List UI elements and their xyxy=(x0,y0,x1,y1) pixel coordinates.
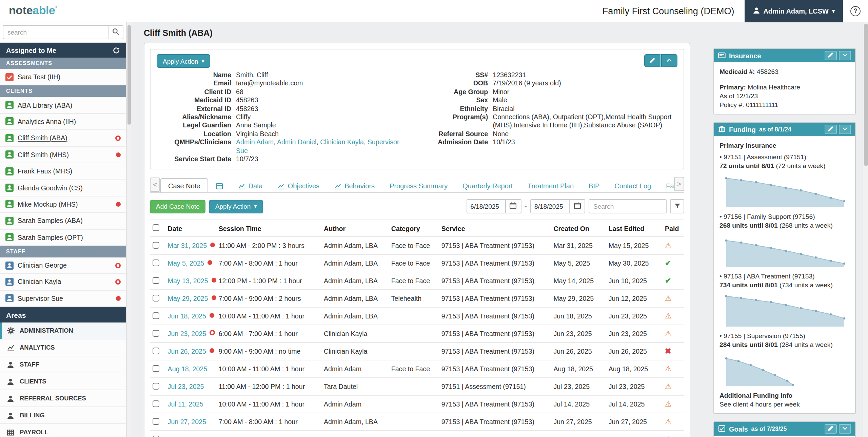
help-button[interactable]: ? xyxy=(850,6,861,16)
clinician-link[interactable]: Admin Adam xyxy=(236,139,274,146)
case-note-date-link[interactable]: Aug 18, 2025 xyxy=(168,366,208,373)
edit-funding-button[interactable] xyxy=(825,125,837,134)
sidebar-item[interactable]: Clinician George xyxy=(0,257,126,274)
tab-quarterly-report[interactable]: Quarterly Report xyxy=(455,179,520,193)
sidebar-area-billing[interactable]: BILLING xyxy=(0,407,126,424)
date-to-calendar-button[interactable] xyxy=(570,200,585,214)
case-note-date-link[interactable]: Jul 11, 2025 xyxy=(168,401,203,408)
tab-bip[interactable]: BIP xyxy=(581,179,607,193)
sidebar-scrollbar-thumb[interactable] xyxy=(127,25,131,125)
sidebar-item[interactable]: Mike Mockup (MHS) xyxy=(0,196,126,213)
case-note-date-link[interactable]: May 29, 2025 xyxy=(168,295,208,303)
row-checkbox[interactable] xyxy=(153,418,159,425)
case-note-date-link[interactable]: Mar 31, 2025 xyxy=(168,242,207,250)
column-header[interactable]: Author xyxy=(321,220,389,237)
clinician-link[interactable]: Admin Daniel xyxy=(277,139,317,146)
column-header[interactable]: Service xyxy=(439,220,551,237)
column-header[interactable]: Last Edited xyxy=(606,220,662,237)
case-note-search-input[interactable] xyxy=(589,200,667,214)
row-checkbox[interactable] xyxy=(153,330,159,337)
column-header[interactable]: Date xyxy=(165,220,216,237)
case-note-date-link[interactable]: May 5, 2025 xyxy=(168,260,204,267)
sidebar-item[interactable]: Glenda Goodwin (CS) xyxy=(0,180,126,196)
sidebar-area-referral-sources[interactable]: REFERRAL SOURCES xyxy=(0,390,126,407)
case-note-date-link[interactable]: Jun 23, 2025 xyxy=(168,330,206,338)
tab-calendar[interactable] xyxy=(209,179,231,193)
sidebar-area-clients[interactable]: CLIENTS xyxy=(0,373,126,390)
tab-case-note[interactable]: Case Note xyxy=(160,179,209,193)
sidebar-item[interactable]: Cliff Smith (ABA) xyxy=(0,130,126,147)
sidebar-area-administration[interactable]: ADMINISTRATION xyxy=(0,322,126,339)
sidebar-item[interactable]: Cliff Smith (MHS) xyxy=(0,147,126,163)
edit-goals-button[interactable] xyxy=(825,424,837,434)
tab-contact-log[interactable]: Contact Log xyxy=(607,179,658,193)
row-checkbox[interactable] xyxy=(153,277,159,284)
filter-button[interactable] xyxy=(670,200,684,214)
sidebar-item[interactable]: Sarah Samples (ABA) xyxy=(0,213,126,229)
case-note-date-link[interactable]: Jul 23, 2025 xyxy=(168,383,204,391)
sidebar-item[interactable]: Clinician Kayla xyxy=(0,274,126,291)
funnel-icon xyxy=(674,202,680,212)
row-checkbox[interactable] xyxy=(153,295,159,301)
tab-progress-summary[interactable]: Progress Summary xyxy=(382,179,455,193)
collapse-goals-button[interactable] xyxy=(839,424,851,434)
sidebar-area-analytics[interactable]: ANALYTICS xyxy=(0,339,126,356)
date-to-input[interactable] xyxy=(530,200,570,214)
chevron-up-icon xyxy=(666,56,673,66)
row-checkbox[interactable] xyxy=(153,436,159,437)
case-note-apply-action-button[interactable]: Apply Action▾ xyxy=(209,200,263,213)
page-scrollbar-thumb[interactable] xyxy=(864,24,868,166)
user-menu[interactable]: Admin Adam, LCSW ▾ xyxy=(744,0,843,22)
app-logo[interactable]: noteable° xyxy=(9,4,57,18)
row-checkbox[interactable] xyxy=(153,383,159,390)
area-label: ADMINISTRATION xyxy=(20,327,73,334)
sidebar-item[interactable]: Sara Test (IIH) xyxy=(0,69,126,86)
sidebar-scrollbar[interactable] xyxy=(126,22,131,437)
tab-objectives[interactable]: Objectives xyxy=(270,179,327,193)
date-from-calendar-button[interactable] xyxy=(506,200,521,214)
sidebar-item[interactable]: Sarah Samples (OPT) xyxy=(0,229,126,246)
select-all-checkbox[interactable] xyxy=(153,225,159,231)
sidebar-search-button[interactable] xyxy=(108,25,123,39)
refresh-icon[interactable] xyxy=(113,46,120,54)
row-checkbox[interactable] xyxy=(153,400,159,407)
column-header[interactable]: Category xyxy=(389,220,439,237)
tab-label: Data xyxy=(249,182,263,190)
edit-demographics-button[interactable] xyxy=(644,54,660,67)
sidebar-area-staff[interactable]: STAFF xyxy=(0,356,126,373)
sidebar-item[interactable]: Supervisor Sue xyxy=(0,290,126,307)
sidebar-item[interactable]: ABA Library (ABA) xyxy=(0,97,126,114)
created-on: Jul 14, 2025 xyxy=(551,396,606,413)
edit-insurance-button[interactable] xyxy=(825,51,837,60)
add-case-note-button[interactable]: Add Case Note xyxy=(150,200,206,213)
row-checkbox[interactable] xyxy=(153,312,159,319)
column-header[interactable]: Created On xyxy=(551,220,606,237)
apply-action-button[interactable]: Apply Action▾ xyxy=(157,54,211,68)
column-header[interactable]: Session Time xyxy=(216,220,321,237)
tab-data[interactable]: Data xyxy=(231,179,270,193)
tab-scroll-left-button[interactable]: < xyxy=(150,178,160,192)
row-checkbox[interactable] xyxy=(153,242,159,249)
sidebar-area-payroll[interactable]: PAYROLL xyxy=(0,424,126,437)
case-note-date-link[interactable]: Jun 18, 2025 xyxy=(168,313,206,320)
sidebar-search-input[interactable] xyxy=(3,25,108,39)
row-checkbox[interactable] xyxy=(153,259,159,266)
sidebar-item[interactable]: Analytics Anna (IIH) xyxy=(0,114,126,130)
case-note-date-link[interactable]: Jun 27, 2025 xyxy=(168,418,206,426)
tab-behaviors[interactable]: Behaviors xyxy=(327,179,382,193)
row-checkbox[interactable] xyxy=(153,365,159,372)
tab-scroll-right-button[interactable]: > xyxy=(674,177,684,191)
sidebar-item[interactable]: Frank Faux (MHS) xyxy=(0,163,126,180)
column-header[interactable]: Paid xyxy=(662,220,684,237)
collapse-funding-button[interactable] xyxy=(839,125,851,134)
clinician-link[interactable]: Clinician Kayla xyxy=(320,139,364,146)
collapse-demographics-button[interactable] xyxy=(661,54,677,67)
created-on: Jun 23, 2025 xyxy=(551,431,606,437)
row-checkbox[interactable] xyxy=(153,348,159,354)
tab-treatment-plan[interactable]: Treatment Plan xyxy=(520,179,581,193)
case-note-date-link[interactable]: May 13, 2025 xyxy=(168,277,208,285)
collapse-insurance-button[interactable] xyxy=(839,51,851,60)
page-scrollbar[interactable] xyxy=(863,22,868,437)
date-from-input[interactable] xyxy=(466,200,506,214)
case-note-date-link[interactable]: Jun 26, 2025 xyxy=(168,348,206,355)
